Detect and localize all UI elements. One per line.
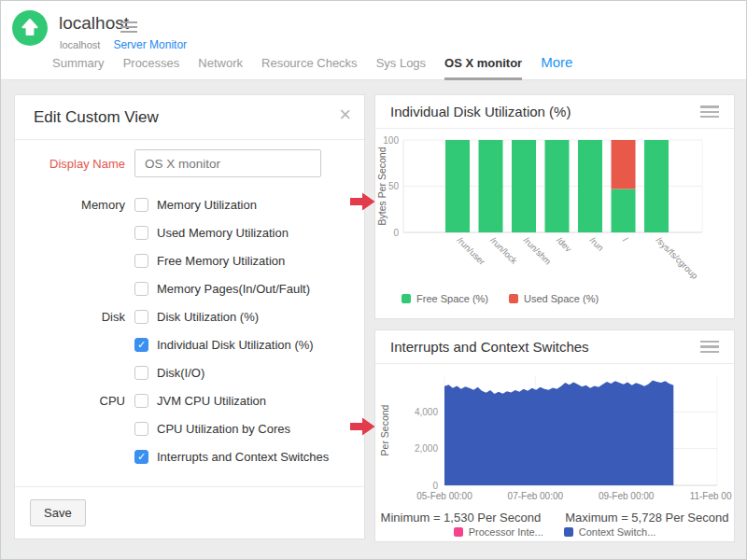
checkbox-groups: MemoryMemory UtilizationUsed Memory Util… xyxy=(34,198,349,464)
checkbox-label: Used Memory Utilization xyxy=(157,226,289,240)
display-name-row: Display Name xyxy=(34,149,349,177)
page-body: Edit Custom View × Display Name MemoryMe… xyxy=(1,80,746,560)
ics-chart-legend: Processor Inte...Context Switch... xyxy=(375,526,734,538)
panel-title: Edit Custom View xyxy=(34,108,159,126)
svg-text:05-Feb 00:00: 05-Feb 00:00 xyxy=(416,491,472,501)
close-icon[interactable]: × xyxy=(339,105,351,125)
panel-form: Display Name MemoryMemory UtilizationUse… xyxy=(15,140,364,486)
svg-text:4,000: 4,000 xyxy=(415,407,438,417)
checkbox-row: Disk(I/O) xyxy=(34,366,349,380)
disk-chart-svg: 050100Bytes Per Second/run/user/run/lock… xyxy=(377,131,732,297)
display-name-label: Display Name xyxy=(34,157,125,171)
checkbox-used-memory-utilization[interactable] xyxy=(134,226,148,240)
tab-network[interactable]: Network xyxy=(198,56,243,77)
checkbox-memory-pages-in-out-fault[interactable] xyxy=(134,282,148,296)
tab-summary[interactable]: Summary xyxy=(52,56,105,77)
breadcrumb-link-server-monitor[interactable]: Server Monitor xyxy=(113,38,187,51)
svg-text:/dev: /dev xyxy=(555,235,574,255)
checkbox-memory-utilization[interactable] xyxy=(134,198,148,212)
legend-item-used-space[interactable]: Used Space (%) xyxy=(509,293,599,304)
checkbox-disk-i-o[interactable] xyxy=(134,366,148,380)
checkbox-cpu-utilization-by-cores[interactable] xyxy=(134,422,148,436)
checkbox-interrupts-and-context-switches[interactable] xyxy=(134,450,148,464)
ics-chart-title: Interrupts and Context Switches xyxy=(390,339,589,355)
svg-text:/run: /run xyxy=(588,235,606,253)
legend-label: Context Switch... xyxy=(579,526,656,538)
top-header: localhost localhostServer Monitor Summar… xyxy=(1,1,746,80)
svg-text:/run/shm: /run/shm xyxy=(522,235,554,267)
checkbox-row: MemoryMemory Utilization xyxy=(34,198,349,212)
svg-text:50: 50 xyxy=(388,181,400,191)
checkbox-row: DiskDisk Utilization (%) xyxy=(34,310,349,324)
display-name-input[interactable] xyxy=(134,149,321,177)
edit-custom-view-panel: Edit Custom View × Display Name MemoryMe… xyxy=(14,94,365,539)
checkbox-row: Memory Pages(In/Out/Fault) xyxy=(34,282,349,296)
interrupts-card: Interrupts and Context Switches 05-Feb 0… xyxy=(374,329,735,542)
tab-sys-logs[interactable]: Sys Logs xyxy=(376,56,426,77)
checkbox-row: CPUJVM CPU Utilization xyxy=(34,394,349,408)
checkbox-label: JVM CPU Utilization xyxy=(157,394,266,408)
tab-processes[interactable]: Processes xyxy=(123,56,180,77)
checkbox-free-memory-utilization[interactable] xyxy=(134,254,148,268)
checkbox-label: Memory Pages(In/Out/Fault) xyxy=(157,282,310,296)
more-link[interactable]: More xyxy=(541,54,572,70)
svg-text:09-Feb 00:00: 09-Feb 00:00 xyxy=(599,491,655,501)
ics-chart-svg: 05-Feb 00:0007-Feb 00:0009-Feb 00:0011-F… xyxy=(377,366,732,506)
svg-text:2,000: 2,000 xyxy=(415,443,438,454)
disk-chart-plot: 050100Bytes Per Second/run/user/run/lock… xyxy=(375,131,734,297)
svg-text:100: 100 xyxy=(383,135,399,146)
legend-swatch xyxy=(564,527,573,537)
save-button[interactable]: Save xyxy=(30,499,86,526)
svg-text:0: 0 xyxy=(393,228,399,238)
legend-item-processor-inte[interactable]: Processor Inte... xyxy=(454,526,543,538)
server-monitor-page: localhost localhostServer Monitor Summar… xyxy=(0,0,747,560)
red-pointer-arrow-icon xyxy=(350,192,375,211)
group-label-cpu: CPU xyxy=(34,394,125,408)
checkbox-row: Interrupts and Context Switches xyxy=(34,450,349,464)
svg-text:/sys/fs/cgroup: /sys/fs/cgroup xyxy=(655,235,700,281)
ics-card-header: Interrupts and Context Switches xyxy=(375,330,734,364)
tab-os-x-monitor[interactable]: OS X monitor xyxy=(444,56,522,80)
disk-card-header: Individual Disk Utilization (%) xyxy=(375,95,734,129)
checkbox-row: Free Memory Utilization xyxy=(34,254,349,268)
checkbox-label: Individual Disk Utilization (%) xyxy=(157,338,314,352)
group-label-disk: Disk xyxy=(34,310,125,324)
panel-footer: Save xyxy=(15,486,364,539)
svg-text:07-Feb 00:00: 07-Feb 00:00 xyxy=(508,491,564,501)
ics-chart-menu-icon[interactable] xyxy=(700,341,719,353)
tab-resource-checks[interactable]: Resource Checks xyxy=(261,56,358,77)
checkbox-jvm-cpu-utilization[interactable] xyxy=(134,394,148,408)
checkbox-label: Free Memory Utilization xyxy=(157,254,285,268)
page-title: localhost xyxy=(59,13,129,34)
ics-summary-row: Minimum = 1,530 Per Second Maximum = 5,7… xyxy=(375,511,734,525)
ics-minimum-text: Minimum = 1,530 Per Second xyxy=(381,511,542,525)
checkbox-label: Memory Utilization xyxy=(157,198,257,212)
tab-bar: SummaryProcessesNetworkResource ChecksSy… xyxy=(52,54,572,80)
legend-label: Used Space (%) xyxy=(524,293,599,304)
disk-utilization-card: Individual Disk Utilization (%) 050100By… xyxy=(374,94,735,319)
checkbox-label: Disk Utilization (%) xyxy=(157,310,259,324)
svg-text:/: / xyxy=(621,235,630,245)
svg-text:/run/lock: /run/lock xyxy=(488,235,519,266)
checkbox-disk-utilization[interactable] xyxy=(134,310,148,324)
legend-item-free-space[interactable]: Free Space (%) xyxy=(402,293,488,304)
svg-text:0: 0 xyxy=(432,481,438,491)
checkbox-row: Used Memory Utilization xyxy=(34,226,349,240)
checkbox-label: Interrupts and Context Switches xyxy=(157,450,329,464)
svg-text:/run/user: /run/user xyxy=(456,235,487,267)
checkbox-label: CPU Utilization by Cores xyxy=(157,422,290,436)
monitor-status-icon[interactable] xyxy=(12,10,48,46)
panel-header: Edit Custom View × xyxy=(15,95,364,140)
svg-text:Per Second: Per Second xyxy=(379,404,390,455)
checkbox-label: Disk(I/O) xyxy=(157,366,204,380)
legend-swatch xyxy=(454,527,463,537)
ics-maximum-text: Maximum = 5,728 Per Second xyxy=(565,511,728,525)
title-hamburger-icon[interactable] xyxy=(120,21,137,33)
disk-chart-menu-icon[interactable] xyxy=(700,105,719,118)
group-label-memory: Memory xyxy=(34,198,125,212)
checkbox-individual-disk-utilization[interactable] xyxy=(134,338,148,352)
legend-swatch xyxy=(402,294,411,303)
legend-item-context-switch[interactable]: Context Switch... xyxy=(564,526,656,538)
disk-chart-legend: Free Space (%)Used Space (%) xyxy=(402,293,734,304)
breadcrumb-parent: localhost xyxy=(60,39,100,50)
